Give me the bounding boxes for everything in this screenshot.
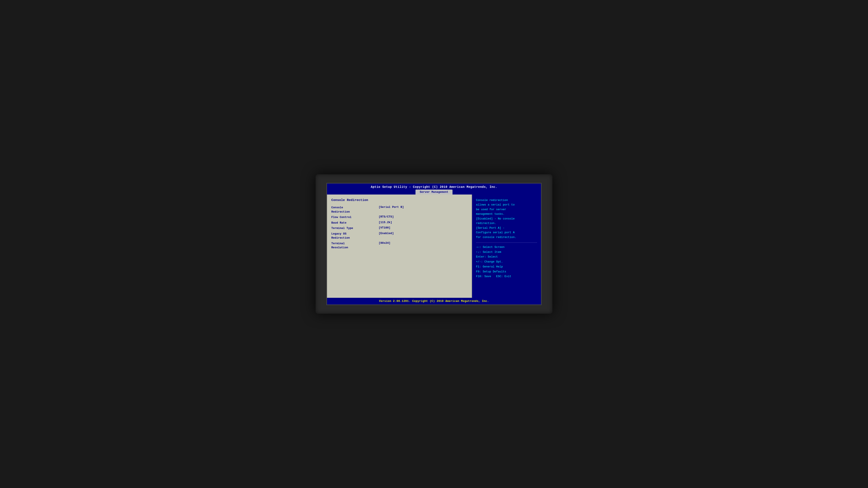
setting-value-flow-control: [RTS/CTS] [379, 215, 394, 218]
left-panel: Console Redirection ConsoleRedirection [… [327, 195, 472, 298]
main-content: Console Redirection ConsoleRedirection [… [327, 195, 541, 298]
title-bar: Aptio Setup Utility - Copyright (C) 2010… [327, 184, 541, 190]
footer-bar: Version 2.00.1201. Copyright (C) 2010 Am… [327, 298, 541, 304]
setting-value-baud-rate: [115.2k] [379, 221, 392, 224]
bios-screen: Aptio Setup Utility - Copyright (C) 2010… [327, 183, 541, 305]
setting-label-console-redirection: ConsoleRedirection [331, 205, 379, 214]
settings-table: ConsoleRedirection [Serial Port B] Flow … [331, 205, 467, 250]
shortcut-f10-esc: F10: Save ESC: Exit [476, 274, 537, 279]
table-row[interactable]: Baud Rate [115.2k] [331, 221, 467, 225]
setting-value-console-redirection: [Serial Port B] [379, 205, 404, 209]
setting-label-baud-rate: Baud Rate [331, 221, 379, 225]
shortcut-f1: F1: General Help [476, 264, 537, 269]
right-panel: Console redirection allows a serial port… [472, 195, 541, 298]
setting-label-flow-control: Flow Control [331, 215, 379, 220]
shortcut-select-item: ↑↓: Select Item [476, 250, 537, 255]
title-text: Aptio Setup Utility - Copyright (C) 2010… [371, 185, 497, 189]
shortcut-f9: F9: Setup Defaults [476, 269, 537, 274]
active-tab[interactable]: Server Management [415, 190, 453, 195]
table-row[interactable]: Legacy OSRedirection [Enabled] [331, 232, 467, 240]
table-row[interactable]: Terminal Type [VT100] [331, 226, 467, 230]
section-title: Console Redirection [331, 198, 467, 202]
setting-value-terminal-resolution: [80x24] [379, 241, 391, 245]
table-row[interactable]: ConsoleRedirection [Serial Port B] [331, 205, 467, 214]
setting-label-terminal-resolution: TerminalResolution [331, 241, 379, 250]
table-row[interactable]: TerminalResolution [80x24] [331, 241, 467, 250]
setting-value-legacy-os: [Enabled] [379, 232, 394, 235]
setting-label-legacy-os: Legacy OSRedirection [331, 232, 379, 240]
shortcut-change-opt: +/-: Change Opt. [476, 259, 537, 264]
setting-label-terminal-type: Terminal Type [331, 226, 379, 230]
help-text: Console redirection allows a serial port… [476, 198, 537, 239]
tab-bar: Server Management [327, 190, 541, 195]
setting-value-terminal-type: [VT100] [379, 226, 391, 229]
shortcuts: →←: Select Screen ↑↓: Select Item Enter:… [476, 245, 537, 279]
divider [476, 242, 537, 243]
table-row[interactable]: Flow Control [RTS/CTS] [331, 215, 467, 220]
shortcut-enter: Enter: Select [476, 255, 537, 259]
monitor-bezel: Aptio Setup Utility - Copyright (C) 2010… [316, 174, 552, 314]
footer-text: Version 2.00.1201. Copyright (C) 2010 Am… [379, 299, 489, 303]
shortcut-select-screen: →←: Select Screen [476, 245, 537, 250]
